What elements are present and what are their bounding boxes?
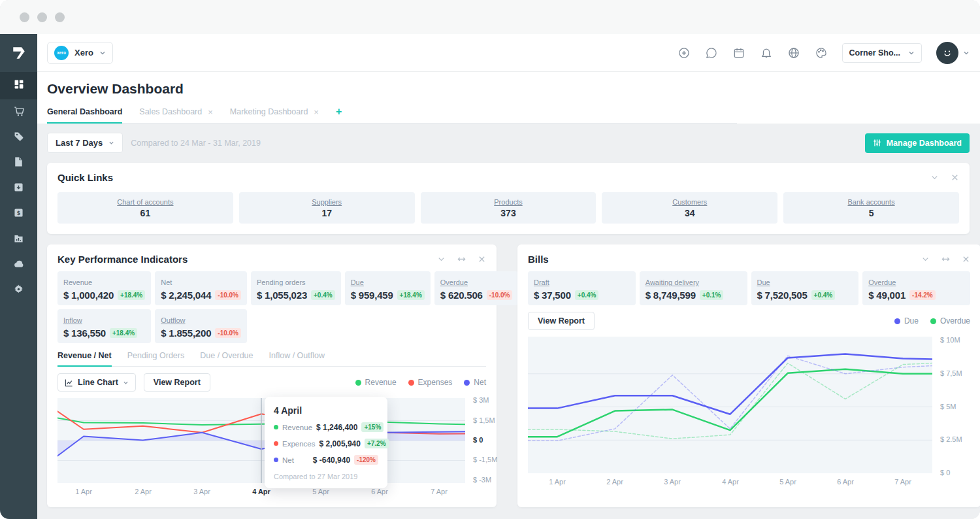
tooltip-series-value: $ -640,940	[313, 456, 350, 465]
legend-item[interactable]: Overdue	[930, 316, 970, 326]
bills_chart-svg	[528, 337, 932, 473]
window-control-dot[interactable]	[20, 12, 29, 22]
metric-value: $ 136,550	[63, 327, 106, 339]
card-title: Quick Links	[57, 172, 113, 183]
kpi-chart-tab[interactable]: Due / Overdue	[200, 351, 253, 367]
add-icon[interactable]	[678, 46, 691, 59]
quick-link-count: 61	[140, 208, 151, 218]
metric-delta-badge: +0.4%	[575, 290, 599, 300]
chat-icon[interactable]	[705, 46, 718, 59]
sidebar-item-billing[interactable]: $	[0, 201, 37, 227]
view-report-button[interactable]: View Report	[144, 373, 210, 392]
x-axis-tick: 7 Apr	[894, 478, 911, 486]
metric-label[interactable]: Outflow	[161, 316, 185, 324]
sidebar-item-settings[interactable]	[0, 278, 37, 303]
quick-link-count: 34	[685, 208, 695, 218]
app-logo[interactable]	[0, 34, 37, 72]
sidebar: $	[0, 34, 37, 519]
quick-link[interactable]: Suppliers	[312, 198, 342, 206]
series-dot-icon	[274, 441, 278, 446]
calendar-icon[interactable]	[732, 46, 745, 59]
quick-link-tile: Suppliers17	[239, 192, 415, 224]
legend-item[interactable]: Due	[894, 316, 919, 326]
window-control-dot[interactable]	[37, 12, 47, 22]
y-axis-tick: $ 2.5M	[940, 435, 962, 443]
collapse-icon[interactable]	[930, 173, 939, 182]
dashboard-tab[interactable]: General Dashboard	[47, 107, 122, 124]
sidebar-item-inventory[interactable]	[0, 176, 37, 201]
dashboard-tab[interactable]: Sales Dashboard×	[139, 107, 213, 124]
legend-item[interactable]: Expenses	[408, 378, 453, 387]
close-icon[interactable]	[951, 173, 959, 182]
chart-type-selector[interactable]: Line Chart	[57, 373, 136, 392]
quick-link-tile: Customers34	[602, 192, 777, 224]
chevron-down-icon[interactable]	[963, 50, 970, 56]
quick-links-card: Quick Links Chart of accounts61Suppliers…	[47, 163, 970, 234]
metric-label[interactable]: Awaiting delivery	[645, 278, 699, 286]
dashboard-tab[interactable]: Marketing Dashboard×	[230, 107, 319, 124]
sidebar-item-documents[interactable]	[0, 150, 37, 176]
quick-link[interactable]: Chart of accounts	[117, 198, 173, 206]
resize-icon[interactable]	[457, 255, 466, 263]
close-tab-icon[interactable]: ×	[314, 108, 319, 116]
kpi-chart-tab[interactable]: Revenue / Net	[57, 351, 112, 367]
window-control-dot[interactable]	[55, 12, 65, 22]
connected-app-selector[interactable]: xero Xero	[47, 42, 113, 64]
sidebar-item-integrations[interactable]	[0, 252, 37, 278]
metric-label: Pending orders	[257, 278, 306, 286]
resize-icon[interactable]	[941, 255, 950, 263]
metric-label[interactable]: Inflow	[63, 316, 82, 324]
quick-link[interactable]: Products	[494, 198, 522, 206]
manage-dashboard-button[interactable]: Manage Dashboard	[865, 133, 970, 153]
y-axis-tick: $ 3M	[473, 396, 489, 404]
settings-gear-icon	[13, 284, 24, 297]
metric-label[interactable]: Due	[757, 278, 770, 286]
legend-label: Net	[474, 378, 486, 387]
legend-item[interactable]: Revenue	[355, 378, 397, 387]
sidebar-item-products[interactable]	[0, 125, 37, 150]
sidebar-item-dashboard[interactable]	[0, 72, 37, 99]
close-icon[interactable]	[962, 255, 970, 263]
x-axis-tick: 2 Apr	[606, 478, 623, 486]
tooltip-compared-text: Compared to 27 Mar 2019	[274, 473, 378, 480]
legend-dot-icon	[930, 318, 936, 324]
x-axis-tick: 2 Apr	[135, 488, 152, 495]
tag-icon	[13, 131, 25, 145]
chevron-down-icon	[108, 140, 114, 146]
quick-link[interactable]: Bank accounts	[848, 198, 895, 206]
metric-chip: Outflow$ 1.855,200-10.0%	[155, 309, 247, 343]
compared-period-text: Compared to 24 Mar - 31 Mar, 2019	[131, 139, 261, 148]
metric-label[interactable]: Due	[351, 278, 364, 286]
sidebar-item-reports[interactable]	[0, 227, 37, 252]
quick-link-count: 5	[869, 208, 874, 218]
kpi-chart-tab[interactable]: Pending Orders	[127, 351, 185, 367]
legend-item[interactable]: Net	[464, 378, 486, 387]
page-title: Overview Dashboard	[47, 81, 970, 97]
chevron-down-icon	[123, 380, 129, 386]
xero-logo: xero	[54, 46, 69, 60]
globe-icon[interactable]	[787, 46, 800, 59]
theme-palette-icon[interactable]	[815, 46, 828, 59]
metric-label[interactable]: Overdue	[868, 278, 896, 286]
metric-chip: Inflow$ 136,550+18.4%	[57, 309, 151, 343]
notifications-icon[interactable]	[760, 46, 773, 59]
add-dashboard-tab-button[interactable]: +	[336, 107, 342, 123]
kpi-chart-tab[interactable]: Inflow / Outflow	[269, 351, 325, 367]
dashboard-tab-label: General Dashboard	[47, 107, 122, 116]
metric-chip: Due$ 7,520,505+0.4%	[751, 271, 859, 305]
user-avatar[interactable]	[936, 42, 958, 64]
view-report-button[interactable]: View Report	[528, 312, 595, 330]
close-icon[interactable]	[478, 255, 486, 263]
workspace-selector[interactable]: Corner Sho...	[842, 43, 922, 63]
card-title: Key Performance Indicators	[57, 254, 188, 265]
metric-label[interactable]: Overdue	[440, 278, 468, 286]
period-selector[interactable]: Last 7 Days	[47, 133, 123, 153]
close-tab-icon[interactable]: ×	[208, 108, 213, 116]
manage-dashboard-label: Manage Dashboard	[887, 139, 962, 148]
x-axis-tick: 1 Apr	[549, 478, 566, 486]
sidebar-item-orders[interactable]	[0, 99, 37, 125]
metric-label[interactable]: Draft	[534, 278, 549, 286]
collapse-icon[interactable]	[921, 255, 930, 263]
collapse-icon[interactable]	[437, 255, 446, 263]
quick-link[interactable]: Customers	[672, 198, 707, 206]
